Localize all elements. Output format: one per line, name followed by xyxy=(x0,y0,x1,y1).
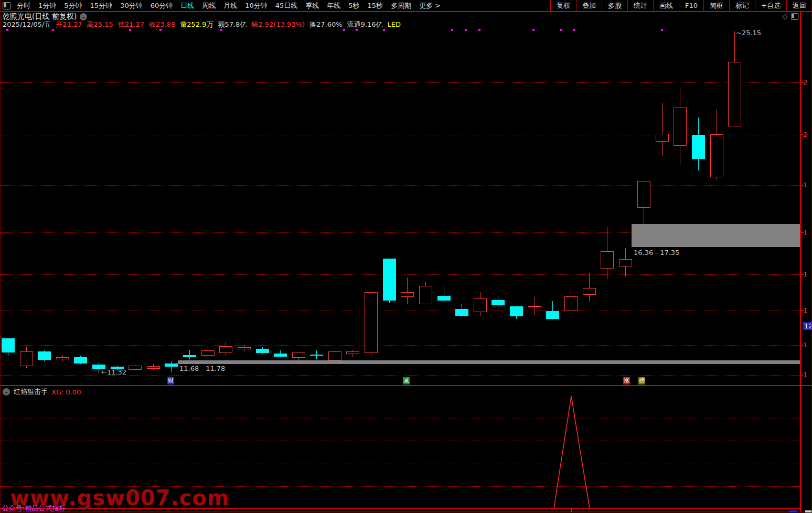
signal-dot xyxy=(465,29,467,31)
gridline xyxy=(1,82,800,83)
indicator-value: XG: 0.00 xyxy=(51,388,81,396)
axis-label: 1 xyxy=(803,270,807,278)
candle-up xyxy=(419,286,432,304)
candle-up xyxy=(346,351,359,354)
gridline xyxy=(1,311,800,311)
price-annotation: ~25.15 xyxy=(736,29,761,37)
statusbar-gray-segment xyxy=(805,510,812,512)
signal-dot xyxy=(52,29,54,31)
candle-up xyxy=(292,352,305,358)
signal-dot xyxy=(478,29,480,31)
price-zone-label: 16.36 - 17.35 xyxy=(634,249,679,256)
signal-dot xyxy=(532,29,535,31)
chevron-down-icon[interactable]: ⌄ xyxy=(3,388,10,396)
candle-down xyxy=(74,357,87,364)
candle-up xyxy=(401,292,414,297)
candle-down xyxy=(310,355,323,356)
candle-up xyxy=(728,62,741,126)
candle-down xyxy=(383,259,396,301)
axis-label: 2 xyxy=(803,78,807,86)
candle-down xyxy=(183,355,196,357)
chart-canvas[interactable]: 16.36 - 17.3511.68 - 11.78财减涨榜~25.15←11.… xyxy=(1,0,812,513)
price-tag: 12.9 xyxy=(803,322,812,330)
candle-up xyxy=(201,350,215,356)
sub-gridline xyxy=(1,419,800,419)
sub-gridline xyxy=(1,441,800,441)
sub-gridline xyxy=(1,464,800,464)
candle-up xyxy=(583,288,596,295)
candle-wick xyxy=(407,277,408,304)
candle-down xyxy=(492,300,505,305)
candle-up xyxy=(147,366,160,369)
event-icon-涨[interactable]: 涨 xyxy=(623,377,630,384)
signal-dot xyxy=(573,29,575,31)
axis-label: 1 xyxy=(803,228,807,236)
candle-up xyxy=(328,351,341,360)
axis-label: 1 xyxy=(803,306,807,314)
event-icon-财[interactable]: 财 xyxy=(167,377,174,384)
candle-down xyxy=(510,306,523,316)
candle-up xyxy=(365,292,378,353)
candle-up xyxy=(129,366,142,370)
candle-up xyxy=(528,306,541,307)
candle-down xyxy=(692,135,705,159)
window-bottom-border xyxy=(1,511,812,512)
signal-spike xyxy=(1,0,812,513)
signal-dot xyxy=(159,29,162,31)
price-annotation: ←11.32 xyxy=(101,368,126,376)
candle-down xyxy=(455,309,468,316)
panel-divider xyxy=(1,385,812,386)
candle-up xyxy=(674,108,687,146)
candle-up xyxy=(637,181,650,208)
candle-wick xyxy=(189,350,190,359)
signal-dot xyxy=(356,29,358,31)
candle-up xyxy=(238,347,251,349)
candle-down xyxy=(256,349,269,353)
signal-dot xyxy=(560,29,562,31)
indicator-header: ⌄ 红焰狙击手 XG: 0.00 xyxy=(3,387,81,397)
price-zone-label: 11.68 - 11.78 xyxy=(179,365,225,372)
candle-down xyxy=(546,311,559,319)
candle-down xyxy=(437,296,451,301)
candle-wick xyxy=(171,361,172,372)
candle-down xyxy=(2,338,15,352)
candle-down xyxy=(165,364,178,367)
candle-up xyxy=(20,351,33,366)
candle-down xyxy=(38,351,51,360)
candle-up xyxy=(219,346,232,353)
signal-dot xyxy=(220,29,222,31)
candle-wick xyxy=(662,103,663,156)
signal-dot xyxy=(383,29,385,31)
event-icon-减[interactable]: 减 xyxy=(403,377,410,384)
axis-label: 2 xyxy=(803,131,807,138)
axis-label: 1 xyxy=(803,341,807,349)
candle-up xyxy=(564,296,578,311)
signal-dot xyxy=(129,29,131,31)
candle-up xyxy=(710,134,723,177)
candle-up xyxy=(601,251,614,269)
indicator-name: 红焰狙击手 xyxy=(14,387,48,397)
candle-down xyxy=(274,354,287,357)
app-window: 分时1分钟5分钟15分钟30分钟60分钟日线周线月线10分钟45日线季线年线5秒… xyxy=(0,0,812,513)
candle-up xyxy=(619,259,632,266)
gridline xyxy=(1,345,800,346)
price-axis xyxy=(800,12,801,512)
gridline xyxy=(1,274,800,275)
price-zone xyxy=(632,224,800,247)
axis-label: 1 xyxy=(803,371,807,379)
signal-dot xyxy=(661,29,663,31)
candle-up xyxy=(656,134,669,142)
candle-up xyxy=(56,357,69,359)
signal-dot xyxy=(451,29,453,31)
signal-dot xyxy=(343,29,345,31)
price-zone xyxy=(178,360,800,364)
statusbar-blue-segment xyxy=(789,510,797,512)
axis-label: 1 xyxy=(803,181,807,189)
signal-dot xyxy=(6,29,8,31)
gridline xyxy=(1,185,800,186)
candle-up xyxy=(474,298,487,312)
event-icon-榜[interactable]: 榜 xyxy=(638,377,645,384)
footer-note: 公众号:精品公式指标 xyxy=(2,504,66,513)
candle-wick xyxy=(589,273,590,302)
